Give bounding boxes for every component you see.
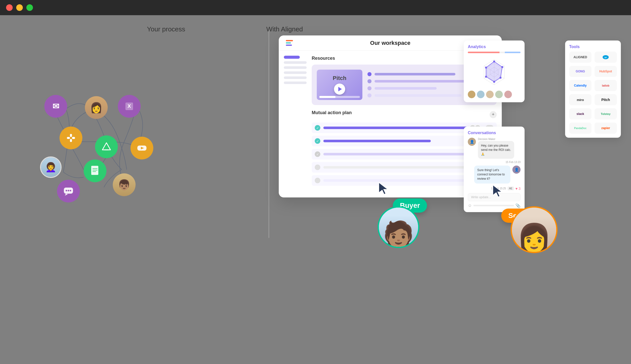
map-bar-5 (323, 179, 468, 182)
attachment-icon[interactable]: 📎 (515, 203, 521, 208)
svg-point-29 (493, 81, 495, 83)
info-dot-1 (367, 72, 372, 76)
tool-tolstoy: Tolstoy (595, 108, 617, 119)
chat-node (57, 180, 80, 203)
play-button[interactable] (334, 84, 345, 95)
cursor-svg-buyer (378, 181, 390, 196)
play-icon (338, 87, 342, 91)
svg-rect-3 (72, 137, 75, 139)
analytics-face-1 (468, 91, 475, 98)
info-bar-2 (375, 80, 474, 83)
svg-rect-2 (67, 137, 70, 139)
chat-label-2: AE (508, 187, 514, 190)
content-area: Your process With Aligned (0, 15, 631, 364)
minimize-button[interactable] (16, 4, 23, 11)
svg-point-17 (68, 190, 69, 191)
workspace-sidebar (284, 56, 307, 190)
svg-marker-25 (486, 62, 502, 82)
tools-grid: ALIGNED SF GONG HubSpot Calendly (569, 52, 617, 134)
excel-node: X (118, 95, 141, 118)
person3-node: 👦🏽 (113, 173, 136, 196)
sidebar-bar-4 (284, 76, 307, 79)
logo-bar-1 (286, 40, 293, 41)
sidebar-bar-1 (284, 61, 307, 64)
map-header: Mutual action plan + (312, 110, 497, 119)
tool-gong: GONG (569, 66, 591, 77)
sidebar-bar-2 (284, 66, 307, 69)
workspace-area: Our workspace (279, 35, 621, 233)
close-button[interactable] (6, 4, 13, 11)
radar-svg (479, 57, 509, 87)
tool-label-latlob: latlob (602, 84, 609, 87)
map-bar-4 (323, 166, 468, 169)
svg-marker-15 (65, 194, 68, 196)
check-5 (315, 178, 320, 183)
svg-rect-11 (92, 168, 98, 169)
chat-input-row: ☺ 📎 (468, 203, 521, 208)
tool-slack: slack (569, 108, 591, 119)
email-node: ✉ (44, 95, 67, 118)
svg-marker-35 (493, 185, 502, 197)
person2-node: 👩‍🦱 (40, 156, 62, 178)
your-process-header: Your process (147, 25, 185, 33)
tool-pitch: Pitch (595, 94, 617, 105)
check-4 (315, 165, 320, 170)
conversations-title: Conversations (468, 131, 521, 135)
pitch-title: Pitch (333, 75, 346, 82)
tool-label-gong: GONG (576, 70, 585, 73)
salesforce-icon: SF (602, 54, 609, 60)
chat-input-bar (473, 205, 514, 206)
info-bar-3 (375, 87, 437, 90)
cursor-svg-seller (492, 184, 504, 199)
svg-point-18 (70, 190, 71, 191)
tool-label-miro: miro (577, 98, 584, 102)
map-add-button[interactable]: + (490, 111, 497, 118)
network-area: ✉ 👩 X (20, 46, 248, 223)
tool-pandadoc: PandaDoc (569, 123, 591, 134)
tool-calendly: Calendly (569, 80, 591, 91)
tool-label-pandadoc: PandaDoc (574, 127, 587, 130)
tool-hubspot: HubSpot (595, 66, 617, 77)
svg-point-28 (499, 77, 502, 79)
analytics-face-2 (477, 91, 485, 98)
check-2: ✓ (315, 138, 320, 144)
analytics-bar-fill (468, 52, 499, 53)
analytics-face-3 (486, 91, 494, 98)
seller-avatar: 👩 (511, 206, 558, 253)
sender-name-1: Decision Maker (478, 138, 521, 140)
column-divider (269, 30, 269, 238)
tool-label-aligned: ALIGNED (573, 55, 587, 59)
youtube-node (131, 137, 153, 159)
emoji-icon[interactable]: ☺ (468, 203, 472, 208)
buyer-avatar: 🧑🏽 (378, 206, 419, 248)
tool-aligned: ALIGNED (569, 52, 591, 63)
info-dot-4 (367, 93, 372, 97)
video-progress (319, 96, 360, 98)
with-aligned-header: With Aligned (266, 25, 303, 33)
pitch-thumbnail: Pitch (317, 70, 362, 100)
maximize-button[interactable] (26, 4, 33, 11)
tool-label-slack: slack (577, 112, 584, 116)
seller-cursor (492, 184, 504, 200)
tool-label-calendly: Calendly (574, 84, 587, 87)
sidebar-bar-5 (284, 82, 307, 84)
buyer-cursor (378, 181, 390, 197)
chat-time-1: 15 Feb 13:23 (478, 161, 521, 164)
svg-point-26 (493, 60, 495, 63)
tool-miro: miro (569, 94, 591, 105)
svg-point-27 (501, 66, 503, 68)
map-bar-3 (323, 153, 468, 155)
titlebar (0, 0, 631, 15)
tool-salesforce: SF (595, 52, 617, 63)
tool-label-pitch: Pitch (601, 98, 610, 102)
chat-row-1: 👤 Decision Maker Hey, can you please sen… (468, 138, 521, 164)
gdoc-node (84, 159, 106, 182)
network-lines (20, 46, 248, 223)
analytics-card: Analytics (464, 41, 525, 102)
logo-bars (286, 40, 293, 46)
svg-marker-34 (379, 183, 388, 194)
sidebar-bar-active (284, 56, 300, 59)
logo-bar-2 (286, 42, 291, 44)
svg-point-31 (485, 67, 487, 69)
chat-avatar-2: 👤 (512, 166, 521, 174)
